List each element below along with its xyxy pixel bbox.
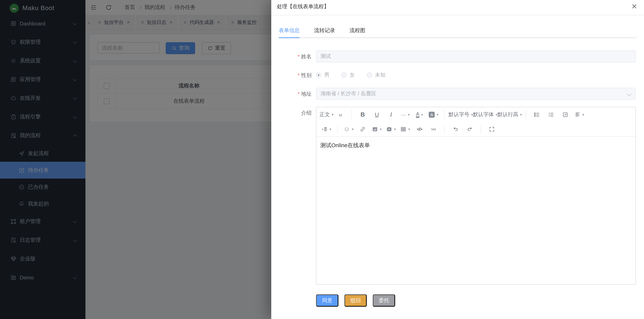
table-dropdown[interactable] [398,124,412,134]
toolbar-divider [337,125,338,134]
tab-flow-diagram[interactable]: 流程图 [350,23,365,38]
undo-icon[interactable] [448,124,463,134]
radio-unknown[interactable]: 未知 [367,72,386,79]
drawer-actions: 同意 驳回 委托 [316,294,395,307]
process-drawer: 处理【在线表单流程】 ✕ 表单信息 流转记录 流程图 姓名 测试 性别 男 女 … [271,0,644,319]
radio-label: 未知 [375,72,386,79]
bg-color-dropdown[interactable]: A [426,109,441,120]
toolbar-divider [480,125,481,134]
radio-label: 男 [324,72,330,79]
app-window: Maku Boot Dashboard 权限管理 系统设置 应用管理 在线开发 [0,0,644,319]
drawer-header: 处理【在线表单流程】 ✕ [271,0,644,15]
reject-button[interactable]: 驳回 [344,294,367,307]
tab-form-info[interactable]: 表单信息 [279,23,300,38]
blockquote-icon[interactable]: “ [334,109,348,120]
approve-button[interactable]: 同意 [316,294,338,307]
code-block-icon[interactable]: </> [412,124,426,134]
more-styles-dropdown[interactable]: ··· [398,109,412,120]
tab-track [279,37,636,38]
drawer-tabs: 表单信息 流转记录 流程图 [279,23,636,38]
align-dropdown[interactable] [572,109,586,120]
radio-male[interactable]: 男 [316,72,330,79]
name-label: 姓名 [271,51,316,62]
radio-label: 女 [350,72,355,79]
gender-label: 性别 [271,69,316,81]
radio-icon [342,73,347,78]
editor-toolbar-row-2: ☺ </> [316,122,636,137]
toolbar-divider [444,125,445,134]
font-color-dropdown[interactable]: A [412,109,426,120]
font-family-dropdown[interactable]: 默认字体 [473,109,497,120]
address-label: 地址 [271,88,316,100]
underline-icon[interactable]: U [370,109,384,120]
form-row-name: 姓名 测试 [271,51,636,62]
toolbar-divider [526,110,526,119]
radio-icon [367,73,372,78]
link-icon[interactable] [356,124,370,134]
form-row-gender: 性别 男 女 未知 [271,69,636,81]
close-drawer-icon[interactable]: ✕ [630,3,638,11]
fullscreen-icon[interactable] [485,124,499,134]
editor-toolbar-row-1: 正文 “ B U I ··· A A 默认字号 默认字体 默认行高 [316,107,636,122]
active-tab-underline [279,37,300,38]
toolbar-divider [444,110,445,119]
divider-line-icon[interactable] [426,124,441,134]
font-size-dropdown[interactable]: 默认字号 [448,109,473,120]
address-select[interactable]: 湖南省 / 长沙市 / 岳麓区 [316,88,636,100]
line-height-dropdown[interactable]: 默认行高 [497,109,522,120]
radio-icon [316,73,321,78]
form-row-address: 地址 湖南省 / 长沙市 / 岳麓区 [271,88,636,100]
video-dropdown[interactable] [384,124,398,134]
italic-icon[interactable]: I [384,109,398,120]
indent-dropdown[interactable] [320,124,334,134]
tab-flow-records[interactable]: 流转记录 [314,23,335,38]
redo-icon[interactable] [463,124,477,134]
todo-list-icon[interactable] [558,109,572,120]
bullet-list-icon[interactable] [530,109,544,120]
intro-label: 介绍 [271,109,316,116]
bold-icon[interactable]: B [356,109,370,120]
delegate-button[interactable]: 委托 [373,294,395,307]
paragraph-style-dropdown[interactable]: 正文 [320,109,334,120]
radio-female[interactable]: 女 [342,72,355,79]
toolbar-divider [352,110,352,119]
rich-text-editor: 正文 “ B U I ··· A A 默认字号 默认字体 默认行高 [316,107,636,285]
drawer-title: 处理【在线表单流程】 [277,3,329,10]
numbered-list-icon[interactable] [544,109,558,120]
editor-content[interactable]: 测试Online在线表单 [316,137,636,284]
name-input[interactable]: 测试 [316,51,636,62]
gender-radio-group: 男 女 未知 [316,69,636,81]
emoji-dropdown[interactable]: ☺ [342,124,356,134]
image-dropdown[interactable] [370,124,384,134]
